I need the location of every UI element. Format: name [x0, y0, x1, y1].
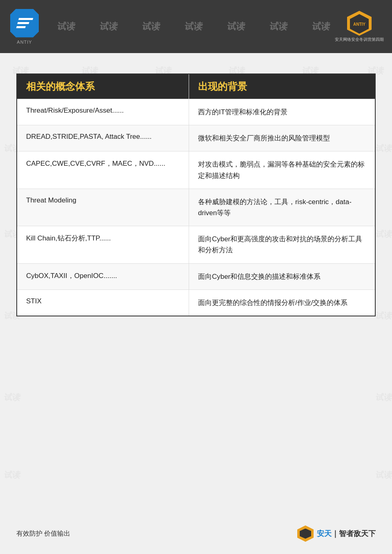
main-content: 相关的概念体系 出现的背景 Threat/Risk/Exposure/Asset… — [0, 53, 392, 333]
table-cell-right: 西方的IT管理和标准化的背景 — [189, 99, 375, 125]
header-wm-7: 试读 — [311, 20, 331, 33]
logo-area: ANTIY — [0, 0, 49, 53]
table-cell-right: 面向Cyber和更高强度的攻击和对抗的场景的分析工具和分析方法 — [189, 226, 375, 263]
table-cell-right: 对攻击模式，脆弱点，漏洞等各种基础的安全元素的标定和描述结构 — [189, 151, 375, 189]
footer-left-text: 有效防护 价值输出 — [16, 530, 70, 538]
table-cell-left: Threat Modeling — [17, 189, 189, 226]
table-header-row: 相关的概念体系 出现的背景 — [17, 74, 375, 99]
table-cell-right: 各种威胁建模的方法论，工具，risk-centric，data-driven等等 — [189, 189, 375, 226]
logo-line-2 — [17, 22, 29, 24]
header-right: ANTIY 安天网络安全冬训营第四期 — [335, 11, 384, 42]
table-cell-left: Threat/Risk/Exposure/Asset...... — [17, 99, 189, 125]
footer-logo — [297, 525, 314, 542]
header: ANTIY 试读 试读 试读 试读 试读 试读 试读 ANTIY 安天网络安全冬… — [0, 0, 392, 53]
table-row: DREAD,STRIDE,PASTA, Attack Tree......微软和… — [17, 125, 375, 151]
svg-text:ANTIY: ANTIY — [353, 22, 365, 26]
footer-brand-blue: 安天 — [317, 530, 332, 538]
table-cell-right: 微软和相关安全厂商所推出的风险管理模型 — [189, 125, 375, 151]
footer-brand: 安天｜智者敌天下 — [317, 529, 376, 538]
header-right-subtext: 安天网络安全冬训营第四期 — [335, 37, 384, 42]
logo-text: ANTIY — [17, 40, 32, 44]
table-row: Threat Modeling各种威胁建模的方法论，工具，risk-centri… — [17, 189, 375, 226]
logo-lines — [16, 18, 33, 28]
footer-brand-black: ｜智者敌天下 — [332, 530, 376, 538]
table-cell-right: 面向更完整的综合性的情报分析/作业/交换的体系 — [189, 289, 375, 316]
header-wm-6: 试读 — [268, 20, 288, 33]
footer-right: 安天｜智者敌天下 — [297, 525, 376, 542]
table-row: CybOX,TAXII，OpenIOC.......面向Cyber和信息交换的描… — [17, 263, 375, 289]
header-wm-2: 试读 — [98, 20, 118, 33]
header-wm-4: 试读 — [183, 20, 203, 33]
table-row: CAPEC,CWE,CVE,CVRF，MAEC，NVD......对攻击模式，脆… — [17, 151, 375, 189]
watermark: 试读 — [3, 469, 22, 481]
table-row: Kill Chain,钻石分析,TTP......面向Cyber和更高强度的攻击… — [17, 226, 375, 263]
header-wm-3: 试读 — [141, 20, 161, 33]
footer-logo-inner — [300, 529, 311, 539]
table-cell-left: DREAD,STRIDE,PASTA, Attack Tree...... — [17, 125, 189, 151]
watermark: 试读 — [375, 469, 392, 481]
header-wm-1: 试读 — [56, 20, 76, 33]
concept-table: 相关的概念体系 出现的背景 Threat/Risk/Exposure/Asset… — [16, 73, 376, 316]
table-cell-right: 面向Cyber和信息交换的描述和标准体系 — [189, 263, 375, 289]
table-col1-header: 相关的概念体系 — [17, 74, 189, 99]
right-logo-svg: ANTIY — [345, 10, 374, 36]
logo-shape — [10, 9, 39, 38]
table-col2-header: 出现的背景 — [189, 74, 375, 99]
header-watermarks: 试读 试读 试读 试读 试读 试读 试读 — [0, 0, 392, 53]
table-cell-left: CAPEC,CWE,CVE,CVRF，MAEC，NVD...... — [17, 151, 189, 189]
footer: 有效防护 价值输出 安天｜智者敌天下 — [16, 525, 376, 542]
table-cell-left: Kill Chain,钻石分析,TTP...... — [17, 226, 189, 263]
table-row: STIX面向更完整的综合性的情报分析/作业/交换的体系 — [17, 289, 375, 316]
watermark: 试读 — [3, 392, 22, 403]
table-cell-left: STIX — [17, 289, 189, 316]
header-wm-5: 试读 — [226, 20, 246, 33]
logo-line-3 — [16, 26, 25, 28]
logo-line-1 — [18, 18, 33, 20]
header-right-logo: ANTIY — [343, 11, 376, 36]
table-cell-left: CybOX,TAXII，OpenIOC....... — [17, 263, 189, 289]
table-row: Threat/Risk/Exposure/Asset......西方的IT管理和… — [17, 99, 375, 125]
watermark: 试读 — [375, 392, 392, 403]
